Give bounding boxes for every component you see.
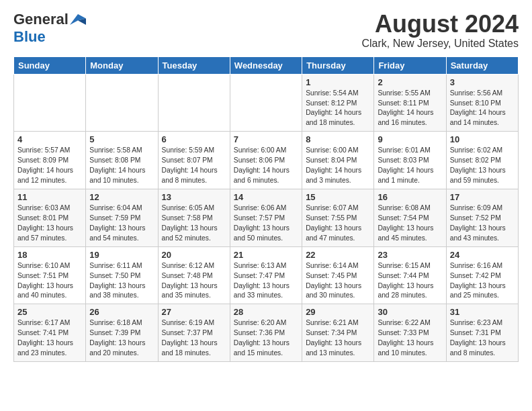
day-number: 6 [162, 134, 226, 144]
calendar-cell [14, 74, 86, 132]
day-number: 23 [378, 250, 442, 260]
day-number: 16 [378, 192, 442, 202]
weekday-sunday: Sunday [14, 56, 86, 74]
calendar-cell: 7Sunrise: 6:00 AM Sunset: 8:06 PM Daylig… [230, 132, 302, 189]
calendar-cell: 27Sunrise: 6:19 AM Sunset: 7:37 PM Dayli… [158, 304, 230, 362]
calendar-week-2: 4Sunrise: 5:57 AM Sunset: 8:09 PM Daylig… [14, 132, 519, 189]
day-number: 26 [89, 307, 154, 317]
calendar-cell: 4Sunrise: 5:57 AM Sunset: 8:09 PM Daylig… [14, 132, 86, 189]
day-info: Sunrise: 6:00 AM Sunset: 8:06 PM Dayligh… [234, 146, 298, 186]
calendar-cell: 20Sunrise: 6:12 AM Sunset: 7:48 PM Dayli… [158, 246, 230, 304]
day-number: 2 [378, 77, 442, 87]
day-info: Sunrise: 6:04 AM Sunset: 7:59 PM Dayligh… [89, 203, 154, 244]
calendar-cell [86, 74, 158, 132]
header: General Blue August 2024 Clark, New Jers… [13, 11, 519, 50]
day-number: 25 [17, 307, 82, 317]
weekday-thursday: Thursday [302, 56, 374, 74]
calendar-cell: 15Sunrise: 6:07 AM Sunset: 7:55 PM Dayli… [302, 189, 374, 246]
calendar-cell [158, 74, 230, 132]
calendar-cell: 30Sunrise: 6:22 AM Sunset: 7:33 PM Dayli… [374, 304, 446, 362]
day-number: 19 [89, 250, 154, 260]
day-info: Sunrise: 6:03 AM Sunset: 8:01 PM Dayligh… [17, 203, 82, 244]
weekday-monday: Monday [86, 56, 158, 74]
day-number: 18 [17, 250, 82, 260]
weekday-saturday: Saturday [446, 56, 518, 74]
calendar-cell: 14Sunrise: 6:06 AM Sunset: 7:57 PM Dayli… [230, 189, 302, 246]
day-info: Sunrise: 6:16 AM Sunset: 7:42 PM Dayligh… [450, 261, 515, 302]
calendar-cell: 17Sunrise: 6:09 AM Sunset: 7:52 PM Dayli… [446, 189, 518, 246]
day-number: 21 [234, 250, 298, 260]
day-info: Sunrise: 6:05 AM Sunset: 7:58 PM Dayligh… [162, 203, 226, 244]
calendar-cell: 19Sunrise: 6:11 AM Sunset: 7:50 PM Dayli… [86, 246, 158, 304]
day-info: Sunrise: 5:54 AM Sunset: 8:12 PM Dayligh… [306, 89, 370, 129]
day-info: Sunrise: 6:14 AM Sunset: 7:45 PM Dayligh… [306, 261, 370, 302]
day-number: 14 [234, 192, 298, 202]
day-info: Sunrise: 6:17 AM Sunset: 7:41 PM Dayligh… [17, 318, 82, 359]
page: General Blue August 2024 Clark, New Jers… [0, 0, 532, 369]
day-info: Sunrise: 6:10 AM Sunset: 7:51 PM Dayligh… [17, 261, 82, 302]
day-number: 22 [306, 250, 370, 260]
day-number: 15 [306, 192, 370, 202]
calendar-cell: 26Sunrise: 6:18 AM Sunset: 7:39 PM Dayli… [86, 304, 158, 362]
calendar-cell: 18Sunrise: 6:10 AM Sunset: 7:51 PM Dayli… [14, 246, 86, 304]
calendar-cell: 11Sunrise: 6:03 AM Sunset: 8:01 PM Dayli… [14, 189, 86, 246]
day-number: 7 [234, 134, 298, 144]
calendar-cell: 5Sunrise: 5:58 AM Sunset: 8:08 PM Daylig… [86, 132, 158, 189]
day-info: Sunrise: 5:56 AM Sunset: 8:10 PM Dayligh… [450, 89, 515, 129]
day-number: 20 [162, 250, 226, 260]
logo-bird-icon [70, 14, 86, 25]
calendar-cell: 23Sunrise: 6:15 AM Sunset: 7:44 PM Dayli… [374, 246, 446, 304]
day-number: 13 [162, 192, 226, 202]
calendar-week-5: 25Sunrise: 6:17 AM Sunset: 7:41 PM Dayli… [14, 304, 519, 362]
calendar-cell: 29Sunrise: 6:21 AM Sunset: 7:34 PM Dayli… [302, 304, 374, 362]
calendar-cell: 24Sunrise: 6:16 AM Sunset: 7:42 PM Dayli… [446, 246, 518, 304]
calendar-cell: 28Sunrise: 6:20 AM Sunset: 7:36 PM Dayli… [230, 304, 302, 362]
logo: General Blue [13, 11, 86, 46]
day-info: Sunrise: 6:21 AM Sunset: 7:34 PM Dayligh… [306, 318, 370, 359]
calendar-cell: 3Sunrise: 5:56 AM Sunset: 8:10 PM Daylig… [446, 74, 518, 132]
day-number: 8 [306, 134, 370, 144]
day-info: Sunrise: 6:23 AM Sunset: 7:31 PM Dayligh… [450, 318, 515, 359]
calendar-subtitle: Clark, New Jersey, United States [361, 38, 519, 50]
calendar-cell: 6Sunrise: 5:59 AM Sunset: 8:07 PM Daylig… [158, 132, 230, 189]
calendar-cell: 13Sunrise: 6:05 AM Sunset: 7:58 PM Dayli… [158, 189, 230, 246]
day-number: 29 [306, 307, 370, 317]
title-block: August 2024 Clark, New Jersey, United St… [361, 11, 519, 50]
calendar-week-1: 1Sunrise: 5:54 AM Sunset: 8:12 PM Daylig… [14, 74, 519, 132]
day-info: Sunrise: 6:22 AM Sunset: 7:33 PM Dayligh… [378, 318, 442, 359]
day-info: Sunrise: 6:12 AM Sunset: 7:48 PM Dayligh… [162, 261, 226, 302]
day-info: Sunrise: 6:15 AM Sunset: 7:44 PM Dayligh… [378, 261, 442, 302]
day-number: 9 [378, 134, 442, 144]
day-info: Sunrise: 6:01 AM Sunset: 8:03 PM Dayligh… [378, 146, 442, 186]
calendar-week-3: 11Sunrise: 6:03 AM Sunset: 8:01 PM Dayli… [14, 189, 519, 246]
day-info: Sunrise: 6:00 AM Sunset: 8:04 PM Dayligh… [306, 146, 370, 186]
day-number: 1 [306, 77, 370, 87]
day-number: 28 [234, 307, 298, 317]
day-info: Sunrise: 6:08 AM Sunset: 7:54 PM Dayligh… [378, 203, 442, 244]
calendar-cell: 21Sunrise: 6:13 AM Sunset: 7:47 PM Dayli… [230, 246, 302, 304]
day-info: Sunrise: 5:58 AM Sunset: 8:08 PM Dayligh… [89, 146, 154, 186]
calendar-cell: 10Sunrise: 6:02 AM Sunset: 8:02 PM Dayli… [446, 132, 518, 189]
day-number: 4 [17, 134, 82, 144]
day-info: Sunrise: 5:59 AM Sunset: 8:07 PM Dayligh… [162, 146, 226, 186]
day-number: 12 [89, 192, 154, 202]
calendar-title: August 2024 [361, 11, 519, 38]
day-number: 17 [450, 192, 515, 202]
logo-general: General [13, 11, 69, 28]
calendar-cell: 1Sunrise: 5:54 AM Sunset: 8:12 PM Daylig… [302, 74, 374, 132]
calendar-cell: 25Sunrise: 6:17 AM Sunset: 7:41 PM Dayli… [14, 304, 86, 362]
calendar-table: Sunday Monday Tuesday Wednesday Thursday… [13, 56, 519, 362]
day-info: Sunrise: 6:02 AM Sunset: 8:02 PM Dayligh… [450, 146, 515, 186]
day-info: Sunrise: 5:55 AM Sunset: 8:11 PM Dayligh… [378, 89, 442, 129]
logo-blue: Blue [13, 28, 46, 46]
weekday-tuesday: Tuesday [158, 56, 230, 74]
day-number: 27 [162, 307, 226, 317]
day-number: 10 [450, 134, 515, 144]
calendar-cell: 9Sunrise: 6:01 AM Sunset: 8:03 PM Daylig… [374, 132, 446, 189]
day-number: 5 [89, 134, 154, 144]
calendar-cell: 31Sunrise: 6:23 AM Sunset: 7:31 PM Dayli… [446, 304, 518, 362]
day-number: 3 [450, 77, 515, 87]
day-info: Sunrise: 6:06 AM Sunset: 7:57 PM Dayligh… [234, 203, 298, 244]
weekday-wednesday: Wednesday [230, 56, 302, 74]
day-info: Sunrise: 5:57 AM Sunset: 8:09 PM Dayligh… [17, 146, 82, 186]
